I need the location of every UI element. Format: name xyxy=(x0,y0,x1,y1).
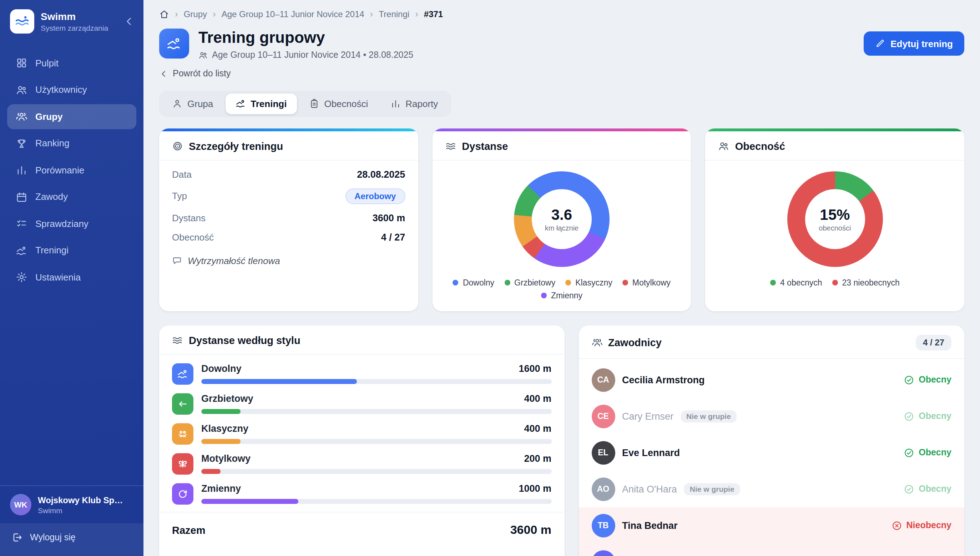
avatar: CE xyxy=(591,404,615,428)
person-icon xyxy=(172,99,182,109)
sidebar-item-pulpit[interactable]: Pulpit xyxy=(7,51,136,75)
check-circle-icon xyxy=(904,447,914,458)
logout-icon xyxy=(11,532,23,543)
distances-legend: Dowolny Grzbietowy Klasyczny Motylkowy Z… xyxy=(432,270,691,311)
donut-center-label: obecności xyxy=(819,224,851,232)
sidebar-item-label: Treningi xyxy=(36,245,68,256)
attendance-status: Obecny xyxy=(904,374,951,385)
athlete-row[interactable]: CA Cecilia Armstrong Nie w grupie Obecny xyxy=(578,362,964,398)
sidebar-item-zawody[interactable]: Zawody xyxy=(7,184,136,209)
check-circle-icon xyxy=(904,483,914,494)
sidebar-item-uzytkownicy[interactable]: Użytkownicy xyxy=(7,78,136,102)
sidebar-item-grupy[interactable]: Grupy xyxy=(7,104,136,129)
breadcrumb-separator: › xyxy=(213,8,216,19)
main-content: › Grupy › Age Group 10–11 Junior Novice … xyxy=(144,0,980,556)
attendance-status: Nieobecny xyxy=(891,520,951,531)
avatar: CA xyxy=(591,368,615,391)
breadcrumb-group-name[interactable]: Age Group 10–11 Junior Novice 2014 xyxy=(222,9,364,19)
club-profile[interactable]: WK Wojskowy Klub Sportowy ... Swimm xyxy=(0,486,144,523)
sidebar-item-label: Użytkownicy xyxy=(36,84,87,95)
legend-item: Klasyczny xyxy=(565,278,612,286)
progress-fill xyxy=(201,439,240,444)
legend-dot xyxy=(770,280,776,285)
club-subtitle: Swimm xyxy=(38,506,125,514)
comment-icon xyxy=(172,255,182,265)
tab-obecnosci[interactable]: Obecności xyxy=(299,93,378,114)
sidebar-item-porownanie[interactable]: Porównanie xyxy=(7,158,136,183)
tab-treningi[interactable]: Treningi xyxy=(225,93,297,114)
home-icon[interactable] xyxy=(159,9,169,19)
breadcrumb-separator: › xyxy=(415,8,418,19)
athlete-row[interactable]: TB Tina Bednar Nie w grupie Nieobecny xyxy=(578,507,964,543)
legend-item: Zmienny xyxy=(541,291,583,299)
tab-grupa[interactable]: Grupa xyxy=(162,93,223,114)
legend-dot xyxy=(622,280,628,285)
legend-dot xyxy=(565,280,571,285)
progress-track xyxy=(201,409,551,414)
avatar: AB xyxy=(591,550,615,556)
card-accent-strip xyxy=(706,128,964,131)
sidebar-item-ustawienia[interactable]: Ustawienia xyxy=(7,265,136,289)
chevron-left-icon xyxy=(123,16,135,27)
target-icon xyxy=(172,141,183,152)
card-title: Dystanse według stylu xyxy=(189,335,300,346)
tab-raporty[interactable]: Raporty xyxy=(380,93,448,114)
sidebar-item-label: Porównanie xyxy=(36,165,84,176)
checklist-icon xyxy=(16,218,27,230)
attendance-status: Obecny xyxy=(904,447,951,458)
style-row-zmienny: Zmienny1000 m xyxy=(159,474,564,504)
breadcrumb-treningi[interactable]: Treningi xyxy=(379,9,409,19)
total-label: Razem xyxy=(172,524,205,536)
training-details-card: Szczegóły treningu Data28.08.2025 TypAer… xyxy=(159,128,418,311)
detail-row: Data28.08.2025 xyxy=(159,160,418,179)
athlete-row[interactable]: AO Anita O'Hara Nie w grupie Obecny xyxy=(578,471,964,507)
progress-fill xyxy=(201,379,357,384)
clipboard-icon xyxy=(309,99,319,109)
users-icon xyxy=(718,141,730,152)
freestyle-icon xyxy=(172,363,194,384)
style-row-grzbietowy: Grzbietowy400 m xyxy=(159,384,564,414)
sidebar-header: Swimm System zarządzania xyxy=(0,0,144,43)
avatar: AO xyxy=(591,477,615,501)
athlete-row[interactable]: EL Eve Lennard Nie w grupie Obecny xyxy=(578,434,964,471)
detail-row: Obecność4 / 27 xyxy=(159,223,418,242)
breadcrumb-grupy[interactable]: Grupy xyxy=(184,9,207,19)
app-window: Swimm System zarządzania Pulpit Użytkown… xyxy=(0,0,980,556)
legend-dot xyxy=(453,280,459,285)
sidebar-item-label: Sprawdziany xyxy=(36,218,89,229)
app-name: Swimm xyxy=(41,11,108,22)
page-header: Trening grupowy Age Group 10–11 Junior N… xyxy=(159,29,964,60)
progress-track xyxy=(201,499,551,504)
sidebar-item-label: Zawody xyxy=(36,192,68,202)
edit-training-button[interactable]: Edytuj trening xyxy=(863,31,964,56)
sidebar-item-label: Grupy xyxy=(36,112,63,122)
sidebar-item-ranking[interactable]: Ranking xyxy=(7,131,136,155)
total-value: 3600 m xyxy=(510,523,551,537)
logout-button[interactable]: Wyloguj się xyxy=(0,523,144,556)
distances-by-style-card: Dystanse według stylu Dowolny1600 m Grzb… xyxy=(159,325,564,556)
back-to-list-link[interactable]: Powrót do listy xyxy=(159,68,231,79)
app-subtitle: System zarządzania xyxy=(41,24,108,32)
attendance-chart-card: Obecność 15% obecności 4 obecnych 23 nie… xyxy=(706,128,964,311)
page-title: Trening grupowy xyxy=(199,29,413,47)
dashboard-icon xyxy=(16,57,27,69)
style-row-dowolny: Dowolny1600 m xyxy=(159,354,564,384)
training-type-icon xyxy=(159,29,189,58)
breaststroke-icon xyxy=(172,423,194,444)
progress-track xyxy=(201,379,551,384)
sidebar-item-sprawdziany[interactable]: Sprawdziany xyxy=(7,211,136,236)
donut-center-value: 15% xyxy=(820,206,850,223)
card-title: Szczegóły treningu xyxy=(189,140,283,152)
sidebar-item-treningi[interactable]: Treningi xyxy=(7,238,136,263)
athlete-row[interactable]: CE Cary Ernser Nie w grupie Obecny xyxy=(578,398,964,434)
sidebar-collapse-button[interactable] xyxy=(123,16,135,27)
athlete-row[interactable]: AB Arlene Boyer Nie w grupie Nieobecny xyxy=(578,543,964,556)
card-title: Obecność xyxy=(735,140,785,152)
progress-fill xyxy=(201,499,299,504)
page-subtitle: Age Group 10–11 Junior Novice 2014 • 28.… xyxy=(199,50,413,60)
users-icon xyxy=(16,84,27,95)
detail-row: Dystans3600 m xyxy=(159,204,418,223)
backstroke-icon xyxy=(172,393,194,414)
distances-donut-chart: 3.6 km łącznie xyxy=(514,171,610,267)
detail-row: TypAerobowy xyxy=(159,179,418,204)
